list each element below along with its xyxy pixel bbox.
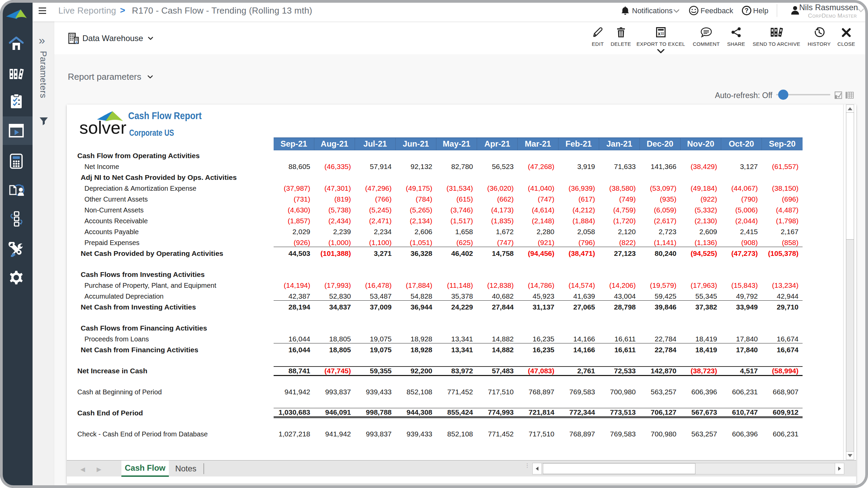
svg-text:solver: solver — [79, 118, 126, 137]
svg-text:?: ? — [745, 7, 749, 14]
svg-text:x: x — [658, 31, 661, 36]
